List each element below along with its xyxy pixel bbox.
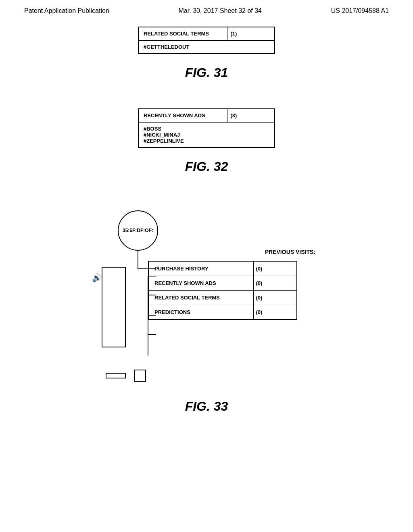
fig32-row-1: #BOSS #NICKI_MINAJ #ZEPPELINLIVE bbox=[138, 122, 275, 148]
device-id-label: 35:5F:DF:OF: bbox=[123, 228, 153, 233]
fig32-label: FIG. 32 bbox=[185, 159, 228, 174]
figure-32-section: RECENTLY SHOWN ADS (3) #BOSS #NICKI_MINA… bbox=[24, 108, 389, 186]
fig32-header-count: (3) bbox=[227, 109, 275, 122]
fig33-diagram: 35:5F:DF:OF: 🔊 PREVIOUS VISITS: PURCHASE… bbox=[86, 202, 327, 396]
fig31-row-1: #GETTHELEDOUT bbox=[138, 40, 275, 54]
fig32-header-label: RECENTLY SHOWN ADS bbox=[138, 109, 227, 122]
main-content: RELATED SOCIAL TERMS (1) #GETTHELEDOUT F… bbox=[0, 19, 413, 438]
header-date-label: Mar. 30, 2017 Sheet 32 of 34 bbox=[179, 7, 262, 15]
fig31-row1-value: #GETTHELEDOUT bbox=[138, 40, 275, 54]
page-header: Patent Application Publication Mar. 30, … bbox=[0, 0, 413, 19]
fig31-table-header-row: RELATED SOCIAL TERMS (1) bbox=[138, 27, 275, 40]
figure-33-section: 35:5F:DF:OF: 🔊 PREVIOUS VISITS: PURCHASE… bbox=[24, 202, 389, 426]
fig31-header-count: (1) bbox=[227, 27, 275, 40]
header-patent-label: US 2017/094588 A1 bbox=[331, 7, 389, 15]
fig32-table: RECENTLY SHOWN ADS (3) #BOSS #NICKI_MINA… bbox=[138, 108, 275, 148]
fig32-row1-value: #BOSS #NICKI_MINAJ #ZEPPELINLIVE bbox=[138, 122, 275, 148]
fig32-table-header-row: RECENTLY SHOWN ADS (3) bbox=[138, 109, 275, 122]
fig33-label: FIG. 33 bbox=[185, 399, 228, 414]
figure-31-section: RELATED SOCIAL TERMS (1) #GETTHELEDOUT F… bbox=[24, 27, 389, 92]
fig31-table: RELATED SOCIAL TERMS (1) #GETTHELEDOUT bbox=[138, 27, 275, 54]
fig31-label: FIG. 31 bbox=[185, 65, 228, 80]
header-publication-label: Patent Application Publication bbox=[24, 7, 109, 15]
device-circle-node: 35:5F:DF:OF: bbox=[118, 210, 158, 251]
fig31-header-label: RELATED SOCIAL TERMS bbox=[138, 27, 227, 40]
